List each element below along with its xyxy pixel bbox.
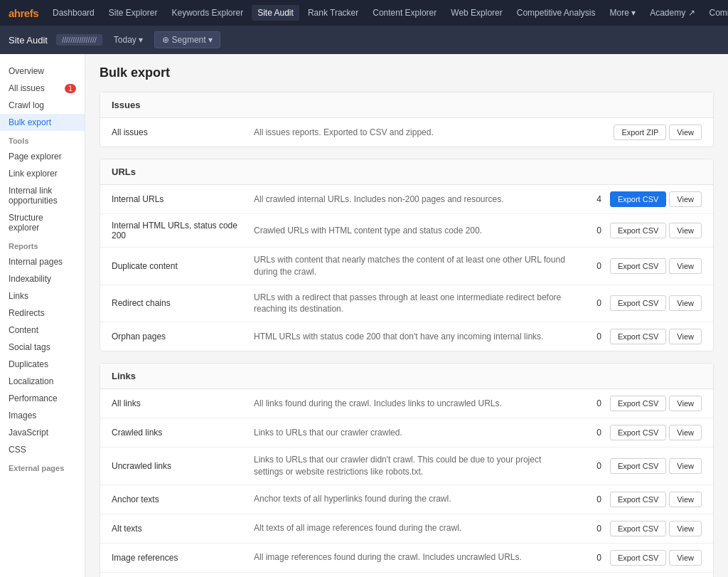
row-desc: All crawled internal URLs. Includes non-… xyxy=(254,194,580,206)
row-count: 4 xyxy=(580,194,601,204)
links-section: Links All linksAll links found during th… xyxy=(100,363,714,577)
nav-community[interactable]: Community ↗ xyxy=(704,5,728,21)
row-actions: Export CSVView xyxy=(610,191,702,207)
row-name: All links xyxy=(112,398,254,408)
row-desc: All image references found during the cr… xyxy=(254,551,580,563)
nav-site-explorer[interactable]: Site Explorer xyxy=(103,5,164,21)
top-navigation: ahrefs Dashboard Site Explorer Keywords … xyxy=(0,0,728,26)
sidebar-item-content[interactable]: Content xyxy=(0,322,85,339)
nav-keywords-explorer[interactable]: Keywords Explorer xyxy=(166,5,249,21)
row-desc: Links to URLs that our crawler didn't cr… xyxy=(254,454,580,478)
row-name: Internal URLs xyxy=(112,194,254,204)
view-button[interactable]: View xyxy=(669,258,702,274)
sidebar-item-bulk-export[interactable]: Bulk export xyxy=(0,114,85,131)
row-name: Anchor texts xyxy=(112,494,254,504)
row-actions: Export CSVView xyxy=(610,521,702,536)
sidebar-item-social-tags[interactable]: Social tags xyxy=(0,339,85,356)
view-button[interactable]: View xyxy=(669,550,702,566)
export-csv-button[interactable]: Export CSV xyxy=(610,191,666,207)
today-button[interactable]: Today ▾ xyxy=(108,32,149,48)
view-button[interactable]: View xyxy=(669,521,702,536)
export-csv-button[interactable]: Export CSV xyxy=(610,521,666,536)
row-count: 0 xyxy=(580,261,601,271)
nav-competitive-analysis[interactable]: Competitive Analysis xyxy=(511,5,601,21)
logo[interactable]: ahrefs xyxy=(9,7,38,19)
sidebar: Overview All issues 1 Crawl log Bulk exp… xyxy=(0,54,85,577)
table-row: Redirect chainsURLs with a redirect that… xyxy=(100,285,713,323)
row-count: 0 xyxy=(580,524,601,534)
export-csv-button[interactable]: Export CSV xyxy=(610,492,666,507)
external-section-label: External pages xyxy=(0,458,85,475)
nav-web-explorer[interactable]: Web Explorer xyxy=(445,5,508,21)
sidebar-item-images[interactable]: Images xyxy=(0,407,85,424)
row-name: Redirect chains xyxy=(112,298,254,308)
nav-dashboard[interactable]: Dashboard xyxy=(47,5,100,21)
sidebar-item-performance[interactable]: Performance xyxy=(0,390,85,407)
row-count: 0 xyxy=(580,226,601,235)
nav-more[interactable]: More ▾ xyxy=(604,5,641,21)
view-button[interactable]: View xyxy=(669,223,702,238)
export-csv-button[interactable]: Export CSV xyxy=(610,396,666,411)
view-button[interactable]: View xyxy=(669,492,702,507)
sidebar-item-all-issues[interactable]: All issues 1 xyxy=(0,80,85,97)
export-csv-button[interactable]: Export CSV xyxy=(610,329,666,344)
sidebar-item-duplicates[interactable]: Duplicates xyxy=(0,356,85,373)
sidebar-item-redirects[interactable]: Redirects xyxy=(0,305,85,322)
sidebar-item-css[interactable]: CSS xyxy=(0,441,85,458)
sidebar-item-internal-link-opportunities[interactable]: Internal link opportunities xyxy=(0,182,85,209)
export-csv-button[interactable]: Export CSV xyxy=(610,458,666,474)
row-desc: All issues reports. Exported to CSV and … xyxy=(254,127,614,139)
row-count: 0 xyxy=(580,428,601,438)
view-button[interactable]: View xyxy=(669,125,702,140)
sidebar-item-indexability[interactable]: Indexability xyxy=(0,270,85,287)
row-actions: Export CSVView xyxy=(610,258,702,274)
export-csv-button[interactable]: Export CSV xyxy=(610,223,666,238)
nav-rank-tracker[interactable]: Rank Tracker xyxy=(302,5,364,21)
tools-section-label: Tools xyxy=(0,131,85,148)
main-layout: Overview All issues 1 Crawl log Bulk exp… xyxy=(0,54,728,577)
view-button[interactable]: View xyxy=(669,329,702,344)
export-csv-button[interactable]: Export CSV xyxy=(610,258,666,274)
table-row: Uncrawled linksLinks to URLs that our cr… xyxy=(100,448,713,485)
table-row: All linksAll links found during the craw… xyxy=(100,389,713,418)
row-actions: Export ZIP View xyxy=(614,125,702,140)
sidebar-item-structure-explorer[interactable]: Structure explorer xyxy=(0,209,85,236)
sidebar-item-page-explorer[interactable]: Page explorer xyxy=(0,148,85,165)
view-button[interactable]: View xyxy=(669,191,702,207)
issues-section-header: Issues xyxy=(100,92,713,118)
table-row: Alt textsAlt texts of all image referenc… xyxy=(100,514,713,544)
issues-section: Issues All issues All issues reports. Ex… xyxy=(100,92,714,147)
row-actions: Export CSVView xyxy=(610,425,702,440)
row-actions: Export CSVView xyxy=(610,295,702,311)
export-csv-button[interactable]: Export CSV xyxy=(610,295,666,311)
row-desc: All links found during the crawl. Includ… xyxy=(254,398,580,410)
nav-academy[interactable]: Academy ↗ xyxy=(644,5,700,21)
main-content: Bulk export Issues All issues All issues… xyxy=(85,54,728,577)
row-actions: Export CSVView xyxy=(610,329,702,344)
table-row: Anchor textsAnchor texts of all hyperlin… xyxy=(100,485,713,514)
urls-section-header: URLs xyxy=(100,159,713,185)
nav-content-explorer[interactable]: Content Explorer xyxy=(367,5,442,21)
row-count: 0 xyxy=(580,553,601,563)
export-csv-button[interactable]: Export CSV xyxy=(610,550,666,566)
subnav-title: Site Audit xyxy=(9,35,48,46)
view-button[interactable]: View xyxy=(669,458,702,474)
row-desc: Anchor texts of all hyperlinks found dur… xyxy=(254,493,580,505)
sidebar-item-javascript[interactable]: JavaScript xyxy=(0,424,85,441)
row-actions: Export CSVView xyxy=(610,458,702,474)
sidebar-item-links[interactable]: Links xyxy=(0,287,85,305)
sidebar-item-link-explorer[interactable]: Link explorer xyxy=(0,165,85,182)
export-csv-button[interactable]: Export CSV xyxy=(610,425,666,440)
nav-site-audit[interactable]: Site Audit xyxy=(252,5,299,21)
table-row: Orphan pagesHTML URLs with status code 2… xyxy=(100,322,713,351)
sidebar-item-overview[interactable]: Overview xyxy=(0,63,85,80)
view-button[interactable]: View xyxy=(669,295,702,311)
view-button[interactable]: View xyxy=(669,425,702,440)
sidebar-item-internal-pages[interactable]: Internal pages xyxy=(0,253,85,270)
export-zip-button[interactable]: Export ZIP xyxy=(614,125,666,140)
sidebar-item-crawl-log[interactable]: Crawl log xyxy=(0,97,85,114)
sidebar-item-localization[interactable]: Localization xyxy=(0,373,85,390)
view-button[interactable]: View xyxy=(669,396,702,411)
table-row: Internal URLsAll crawled internal URLs. … xyxy=(100,185,713,214)
segment-button[interactable]: ⊕ Segment ▾ xyxy=(154,31,220,48)
